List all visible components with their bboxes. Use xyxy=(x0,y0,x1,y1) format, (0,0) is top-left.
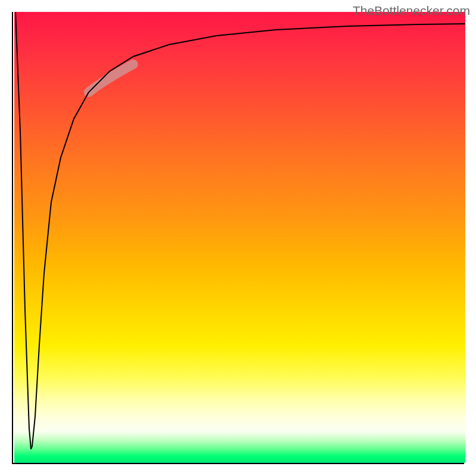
gradient-background xyxy=(14,12,465,463)
watermark-text: TheBottlenecker.com xyxy=(353,4,470,18)
chart-container xyxy=(12,12,464,464)
plot-area xyxy=(12,12,464,464)
